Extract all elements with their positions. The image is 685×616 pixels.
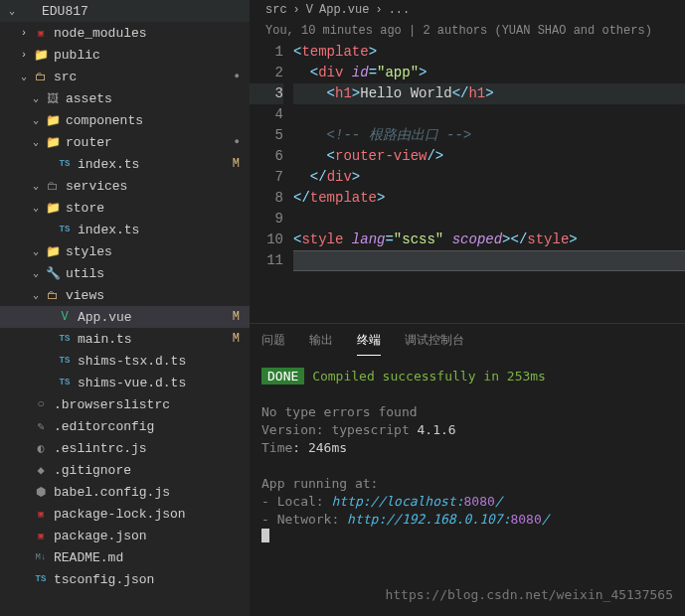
file-icon: ◐ bbox=[32, 439, 50, 457]
code-line[interactable]: <style lang="scss" scoped></style> bbox=[293, 230, 685, 250]
tree-item-styles[interactable]: 📁styles bbox=[0, 240, 250, 262]
file-icon: TS bbox=[56, 221, 74, 238]
tree-label: node_modules bbox=[54, 26, 250, 41]
breadcrumb[interactable]: src › V App.vue › ... bbox=[250, 0, 685, 20]
panel-tab-2[interactable]: 终端 bbox=[357, 332, 381, 356]
tree-item-utils[interactable]: 🔧utils bbox=[0, 262, 250, 284]
chevron-icon[interactable] bbox=[16, 50, 32, 61]
line-number[interactable]: 2 bbox=[250, 63, 283, 83]
tree-item-tsconfig.json[interactable]: TStsconfig.json bbox=[0, 568, 250, 590]
breadcrumb-file[interactable]: App.vue bbox=[319, 3, 369, 17]
file-icon: TS bbox=[56, 374, 74, 391]
code-line[interactable]: <router-view/> bbox=[293, 146, 685, 167]
code-line[interactable] bbox=[293, 104, 685, 125]
network-url[interactable]: http://192.168.0.107: bbox=[347, 512, 510, 527]
code-line[interactable]: <!-- 根路由出口 --> bbox=[293, 125, 685, 146]
code-line[interactable] bbox=[293, 209, 685, 230]
tree-item-views[interactable]: 🗀views bbox=[0, 284, 250, 306]
tree-item-services[interactable]: 🗀services bbox=[0, 175, 250, 197]
tree-item-index.ts[interactable]: TSindex.tsM bbox=[0, 153, 250, 175]
line-number[interactable]: 1 bbox=[250, 42, 283, 63]
tree-item-EDU817[interactable]: EDU817 bbox=[0, 0, 250, 22]
code-line[interactable]: </template> bbox=[293, 188, 685, 209]
line-number[interactable]: 10 bbox=[250, 230, 283, 250]
file-icon: TS bbox=[32, 570, 50, 588]
chevron-icon[interactable] bbox=[4, 5, 20, 17]
chevron-icon[interactable] bbox=[28, 114, 44, 126]
panel-tabs: 问题输出终端调试控制台 bbox=[250, 324, 685, 356]
file-icon: 🗀 bbox=[44, 286, 62, 304]
tree-item-.browserslistrc[interactable]: ○.browserslistrc bbox=[0, 393, 250, 415]
code-line[interactable]: <template> bbox=[293, 42, 685, 63]
tree-item-package-lock.json[interactable]: ▣package-lock.json bbox=[0, 503, 250, 525]
panel-tab-1[interactable]: 输出 bbox=[309, 332, 333, 356]
line-number[interactable]: 7 bbox=[250, 167, 283, 188]
chevron-icon[interactable] bbox=[16, 71, 32, 82]
panel-tab-3[interactable]: 调试控制台 bbox=[405, 332, 464, 356]
tree-label: .editorconfig bbox=[54, 419, 250, 434]
panel-tab-0[interactable]: 问题 bbox=[261, 332, 285, 356]
time-value: 246ms bbox=[308, 440, 347, 455]
code-content[interactable]: <template> <div id="app"> <h1>Hello Worl… bbox=[293, 42, 685, 323]
code-line[interactable]: </div> bbox=[293, 167, 685, 188]
chevron-icon[interactable] bbox=[28, 136, 44, 148]
breadcrumb-more[interactable]: ... bbox=[389, 3, 411, 17]
file-explorer[interactable]: EDU817▣node_modules📁public🗀src●🖼assets📁c… bbox=[0, 0, 250, 616]
line-number[interactable]: 5 bbox=[250, 125, 283, 146]
local-label: - Local: bbox=[261, 494, 331, 509]
tree-item-shims-tsx.d.ts[interactable]: TSshims-tsx.d.ts bbox=[0, 350, 250, 372]
tree-item-.eslintrc.js[interactable]: ◐.eslintrc.js bbox=[0, 437, 250, 459]
chevron-right-icon: › bbox=[375, 3, 382, 17]
terminal-output[interactable]: DONE Compiled successfully in 253ms No t… bbox=[250, 356, 685, 616]
tree-label: package-lock.json bbox=[54, 507, 250, 522]
code-editor[interactable]: 1234567891011 <template> <div id="app"> … bbox=[250, 42, 685, 323]
tree-label: public bbox=[54, 48, 250, 63]
tree-item-shims-vue.d.ts[interactable]: TSshims-vue.d.ts bbox=[0, 372, 250, 393]
tree-item-public[interactable]: 📁public bbox=[0, 44, 250, 66]
line-number[interactable]: 9 bbox=[250, 209, 283, 230]
terminal-cursor bbox=[261, 529, 269, 542]
tree-item-router[interactable]: 📁router● bbox=[0, 131, 250, 153]
file-icon: ▣ bbox=[32, 505, 50, 523]
tree-label: router bbox=[66, 135, 235, 150]
line-number[interactable]: 3 bbox=[250, 83, 283, 104]
tree-item-assets[interactable]: 🖼assets bbox=[0, 87, 250, 109]
file-icon: 🗀 bbox=[32, 68, 50, 85]
chevron-icon[interactable] bbox=[28, 202, 44, 214]
breadcrumb-root[interactable]: src bbox=[265, 3, 287, 17]
tree-item-.gitignore[interactable]: ◆.gitignore bbox=[0, 459, 250, 481]
chevron-icon[interactable] bbox=[28, 92, 44, 104]
tree-item-README.md[interactable]: M↓README.md bbox=[0, 546, 250, 568]
line-number[interactable]: 8 bbox=[250, 188, 283, 209]
code-line[interactable]: <div id="app"> bbox=[293, 63, 685, 83]
time-label: Time bbox=[261, 440, 292, 455]
tree-label: .gitignore bbox=[54, 463, 250, 478]
git-status: M bbox=[233, 310, 240, 324]
code-line[interactable] bbox=[293, 250, 685, 271]
local-url[interactable]: http://localhost: bbox=[331, 494, 463, 509]
chevron-icon[interactable] bbox=[28, 180, 44, 192]
tree-item-package.json[interactable]: ▣package.json bbox=[0, 525, 250, 546]
tree-item-.editorconfig[interactable]: ✎.editorconfig bbox=[0, 415, 250, 437]
tree-item-src[interactable]: 🗀src● bbox=[0, 66, 250, 87]
line-number[interactable]: 4 bbox=[250, 104, 283, 125]
line-number[interactable]: 11 bbox=[250, 250, 283, 271]
code-line[interactable]: <h1>Hello World</h1> bbox=[293, 83, 685, 104]
line-number[interactable]: 6 bbox=[250, 146, 283, 167]
tree-item-main.ts[interactable]: TSmain.tsM bbox=[0, 328, 250, 350]
no-errors-text: No type errors found bbox=[261, 404, 418, 419]
chevron-icon[interactable] bbox=[16, 28, 32, 39]
tree-item-components[interactable]: 📁components bbox=[0, 109, 250, 131]
file-icon: 📁 bbox=[44, 111, 62, 129]
tree-item-store[interactable]: 📁store bbox=[0, 197, 250, 219]
tree-item-node_modules[interactable]: ▣node_modules bbox=[0, 22, 250, 44]
chevron-icon[interactable] bbox=[28, 267, 44, 279]
tree-label: EDU817 bbox=[42, 4, 250, 19]
tree-item-index.ts[interactable]: TSindex.ts bbox=[0, 219, 250, 240]
tree-item-babel.config.js[interactable]: ⬢babel.config.js bbox=[0, 481, 250, 503]
line-gutter: 1234567891011 bbox=[250, 42, 293, 323]
chevron-icon[interactable] bbox=[28, 289, 44, 301]
chevron-icon[interactable] bbox=[28, 245, 44, 257]
file-icon: 📁 bbox=[44, 133, 62, 151]
tree-item-App.vue[interactable]: VApp.vueM bbox=[0, 306, 250, 328]
